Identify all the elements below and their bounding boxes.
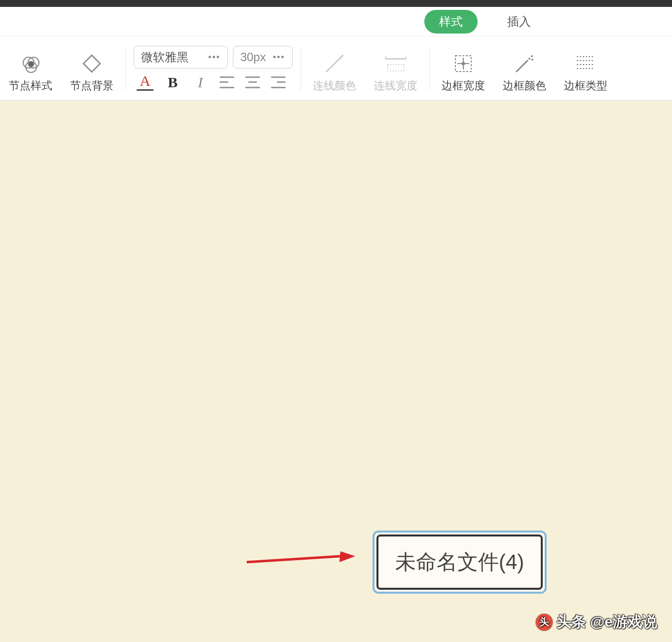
border-type-label: 边框类型 — [564, 78, 607, 93]
align-left-button[interactable] — [220, 76, 234, 88]
italic-button[interactable]: I — [192, 74, 209, 91]
ribbon-tabs: 样式 插入 — [0, 7, 672, 36]
border-color-label: 边框颜色 — [503, 78, 546, 93]
window-titlebar — [0, 0, 672, 7]
svg-point-14 — [531, 55, 533, 57]
ribbon-toolbar: 节点样式 节点背景 微软雅黑 ••• 30px ••• A B I — [0, 36, 672, 101]
svg-marker-4 — [83, 55, 100, 72]
line-color-icon — [324, 53, 345, 74]
border-width-icon — [452, 53, 474, 74]
tab-insert[interactable]: 插入 — [507, 14, 531, 30]
canvas[interactable]: 未命名文件(4) 头 头条 @e游戏说 — [0, 101, 672, 642]
svg-point-5 — [339, 57, 341, 59]
more-icon: ••• — [273, 52, 285, 63]
watermark-text: 头条 @e游戏说 — [557, 612, 657, 632]
watermark: 头 头条 @e游戏说 — [536, 612, 657, 632]
node-bg-icon — [81, 53, 103, 74]
svg-line-20 — [247, 556, 340, 562]
watermark-logo-icon: 头 — [536, 614, 553, 631]
line-color-label: 连线颜色 — [313, 78, 356, 93]
group-border-width[interactable]: 边框宽度 — [433, 36, 494, 100]
font-family-select[interactable]: 微软雅黑 ••• — [134, 46, 228, 69]
group-border-color[interactable]: 边框颜色 — [494, 36, 555, 100]
group-font: 微软雅黑 ••• 30px ••• A B I — [129, 36, 298, 100]
more-icon: ••• — [208, 52, 221, 63]
divider — [429, 46, 430, 91]
font-family-value: 微软雅黑 — [141, 49, 188, 65]
font-color-button[interactable]: A — [137, 73, 153, 91]
tab-style[interactable]: 样式 — [424, 10, 478, 34]
svg-rect-8 — [387, 65, 404, 71]
border-width-label: 边框宽度 — [442, 78, 485, 93]
svg-marker-21 — [339, 551, 355, 562]
node-text[interactable]: 未命名文件(4) — [376, 535, 543, 590]
node-bg-label: 节点背景 — [70, 78, 113, 93]
node-style-label: 节点样式 — [9, 78, 52, 93]
line-width-icon — [385, 53, 407, 74]
annotation-arrow — [247, 549, 355, 569]
align-right-button[interactable] — [271, 76, 286, 88]
font-size-value: 30px — [240, 50, 266, 64]
divider — [125, 46, 126, 91]
svg-point-6 — [341, 55, 343, 57]
group-line-width[interactable]: 连线宽度 — [365, 36, 426, 100]
svg-rect-7 — [387, 58, 405, 60]
svg-point-15 — [531, 59, 533, 61]
bold-button[interactable]: B — [164, 74, 181, 91]
svg-point-3 — [29, 62, 34, 67]
border-color-icon — [514, 53, 535, 74]
svg-rect-12 — [462, 62, 465, 65]
font-size-select[interactable]: 30px ••• — [233, 46, 293, 69]
group-node-bg[interactable]: 节点背景 — [61, 36, 122, 100]
divider — [300, 46, 301, 91]
node-style-icon — [20, 53, 41, 74]
svg-point-13 — [528, 58, 530, 60]
mindmap-root-node[interactable]: 未命名文件(4) — [373, 531, 547, 594]
group-node-style[interactable]: 节点样式 — [0, 36, 61, 100]
group-line-color[interactable]: 连线颜色 — [304, 36, 365, 100]
align-center-button[interactable] — [245, 76, 260, 88]
group-border-type[interactable]: 边框类型 — [555, 36, 616, 100]
line-width-label: 连线宽度 — [374, 78, 417, 93]
border-type-icon — [575, 53, 597, 74]
